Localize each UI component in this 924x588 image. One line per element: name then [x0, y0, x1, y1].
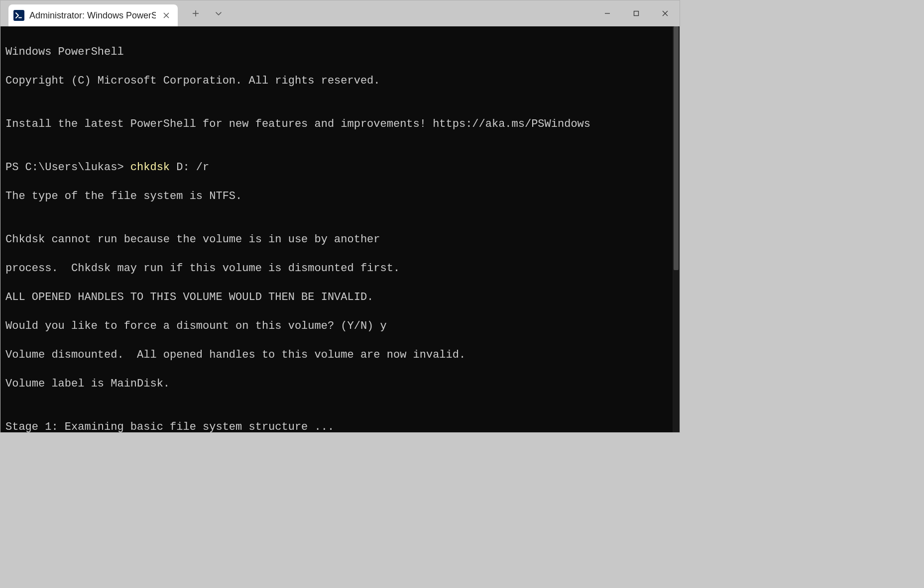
titlebar: Administrator: Windows PowerS	[0, 0, 680, 26]
terminal-line: Chkdsk cannot run because the volume is …	[5, 232, 675, 247]
terminal-window: Administrator: Windows PowerS	[0, 0, 680, 433]
terminal-line: Copyright (C) Microsoft Corporation. All…	[5, 74, 675, 88]
minimize-button[interactable]	[593, 0, 622, 26]
new-tab-button[interactable]	[186, 3, 206, 23]
tab-strip: Administrator: Windows PowerS	[0, 0, 178, 26]
terminal-line: Would you like to force a dismount on th…	[5, 319, 675, 333]
scrollbar-thumb[interactable]	[674, 26, 679, 270]
tab-dropdown-button[interactable]	[209, 3, 229, 23]
terminal-line: The type of the file system is NTFS.	[5, 189, 675, 203]
tab-close-button[interactable]	[161, 10, 172, 21]
terminal-prompt-line: PS C:\Users\lukas> chkdsk D: /r	[5, 160, 675, 175]
maximize-button[interactable]	[622, 0, 651, 26]
vertical-scrollbar[interactable]	[673, 26, 680, 432]
terminal-viewport[interactable]: Windows PowerShell Copyright (C) Microso…	[0, 26, 680, 432]
terminal-line: ALL OPENED HANDLES TO THIS VOLUME WOULD …	[5, 290, 675, 304]
tab-powershell[interactable]: Administrator: Windows PowerS	[8, 4, 178, 26]
terminal-line: process. Chkdsk may run if this volume i…	[5, 261, 675, 276]
titlebar-drag-region[interactable]	[229, 0, 593, 26]
terminal-line: Windows PowerShell	[5, 45, 675, 59]
prompt-command: chkdsk	[130, 161, 170, 174]
tab-title: Administrator: Windows PowerS	[29, 10, 156, 21]
prompt-prefix: PS C:\Users\lukas>	[5, 161, 130, 174]
terminal-line: Stage 1: Examining basic file system str…	[5, 420, 675, 432]
powershell-icon	[13, 10, 24, 21]
prompt-args: D: /r	[170, 161, 209, 174]
terminal-line: Install the latest PowerShell for new fe…	[5, 117, 675, 131]
terminal-line: Volume dismounted. All opened handles to…	[5, 348, 675, 362]
terminal-line: Volume label is MainDisk.	[5, 377, 675, 391]
window-controls	[593, 0, 680, 26]
svg-rect-6	[634, 11, 639, 16]
tab-actions	[178, 0, 229, 26]
close-button[interactable]	[651, 0, 680, 26]
